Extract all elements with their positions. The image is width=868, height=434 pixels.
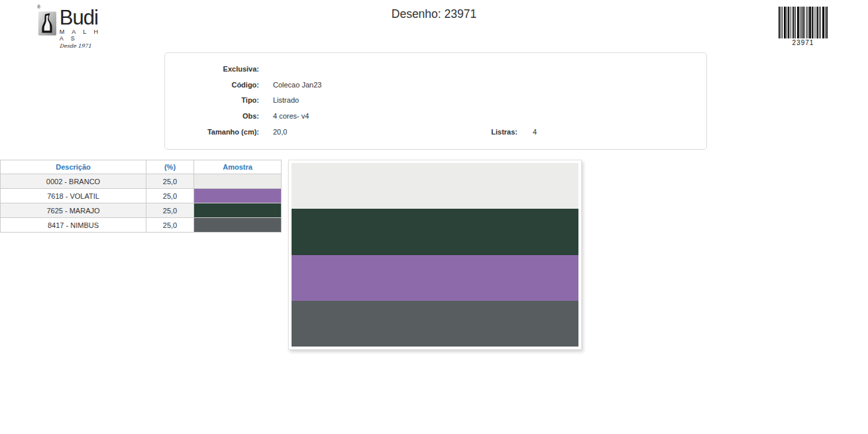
color-row-nimbus: 8417 - NIMBUS25,0 [1, 218, 282, 233]
field-label: Listras: [165, 128, 517, 136]
stripe-pattern-preview [288, 160, 582, 350]
column-header-percent: (%) [146, 160, 194, 174]
color-percentage: 25,0 [146, 174, 194, 189]
logo-sub-brand-text: M A L H A S [60, 28, 111, 42]
barcode-number: 23971 [778, 39, 828, 46]
stripe-volatil [292, 255, 578, 301]
color-swatch [194, 174, 282, 189]
field-value: Listrado [273, 96, 299, 104]
color-row-branco: 0002 - BRANCO25,0 [1, 174, 282, 189]
color-row-volatil: 7618 - VOLATIL25,0 [1, 189, 282, 203]
field-label: Código: [165, 81, 259, 89]
column-header-amostra: Amostra [194, 160, 282, 174]
color-swatch [194, 203, 282, 218]
color-description: 7625 - MARAJO [1, 203, 146, 218]
color-percentage: 25,0 [146, 189, 194, 203]
field-value: 4 cores- v4 [273, 112, 309, 120]
color-swatch [194, 218, 282, 233]
color-composition-table: Descrição (%) Amostra 0002 - BRANCO25,07… [0, 160, 282, 233]
field-label: Exclusiva: [165, 65, 259, 73]
design-sheet-page: ® Budi M A L H A S Desde 1971 Desenh [0, 0, 868, 434]
color-percentage: 25,0 [146, 218, 194, 233]
color-percentage: 25,0 [146, 203, 194, 218]
color-row-marajo: 7625 - MARAJO25,0 [1, 203, 282, 218]
color-description: 7618 - VOLATIL [1, 189, 146, 203]
color-description: 0002 - BRANCO [1, 174, 146, 189]
field-label: Tipo: [165, 96, 259, 104]
table-header-row: Descrição (%) Amostra [1, 160, 282, 174]
stripe-branco [292, 163, 578, 209]
barcode-bars [778, 7, 828, 38]
stripe-nimbus [292, 301, 578, 347]
field-label: Obs: [165, 112, 259, 120]
logo-tagline: Desde 1971 [60, 43, 111, 49]
color-description: 8417 - NIMBUS [1, 218, 146, 233]
page-title: Desenho: 23971 [0, 7, 868, 21]
design-info-panel: Exclusiva: Código: Colecao Jan23 Tipo: L… [164, 52, 707, 150]
stripe-marajo [292, 209, 578, 254]
field-value: Colecao Jan23 [273, 81, 321, 89]
column-header-descricao: Descrição [1, 160, 146, 174]
field-value: 4 [533, 128, 537, 136]
color-swatch [194, 189, 282, 203]
barcode: 23971 [778, 7, 828, 46]
